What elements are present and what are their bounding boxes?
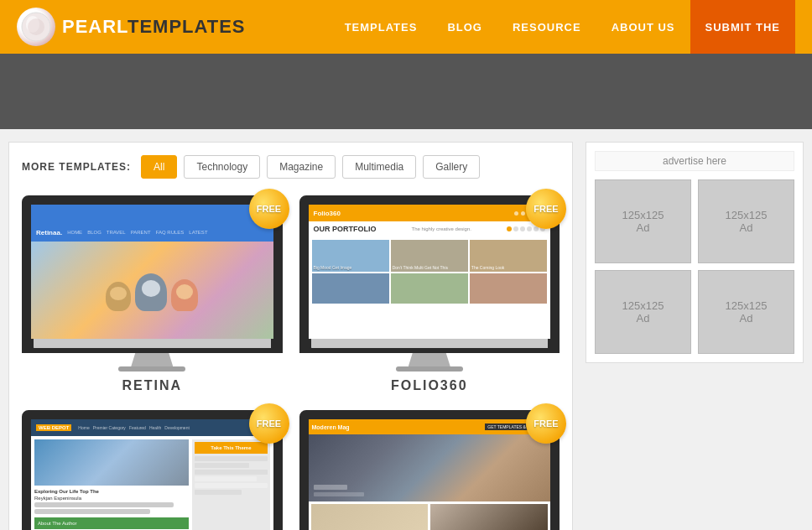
- screen-retina-content: Retinaa. HOME BLOG TRAVEL PARENT FAQ RUL…: [31, 205, 273, 339]
- monitor-foot-folio360: [396, 366, 463, 372]
- folio-header: Folio360: [309, 205, 551, 221]
- ad-cell-4[interactable]: 125x125Ad: [698, 270, 794, 354]
- filter-row: MORE TEMPLATES: All Technology Magazine …: [22, 155, 560, 179]
- template-name-folio360: FOLIO360: [391, 378, 468, 393]
- wd-sidebar: Take This Theme: [192, 439, 269, 530]
- content-area: MORE TEMPLATES: All Technology Magazine …: [8, 142, 573, 530]
- screen-folio-content: Folio360 OUR PORTFOLIO The highly creati…: [309, 205, 551, 339]
- header: PEARLTEMPLATES TEMPLATES BLOG RESOURCE A…: [0, 0, 812, 54]
- free-badge-retina: FREE: [249, 189, 289, 229]
- logo-area[interactable]: PEARLTEMPLATES: [17, 8, 246, 46]
- template-card-retina[interactable]: FREE Retinaa. HOME BLOG TRAVEL PARENT FA…: [22, 195, 283, 393]
- monitor-moderen: Moderen Mag GET TEMPLATES & THEMES: [299, 410, 560, 530]
- nav-about[interactable]: ABOUT US: [596, 0, 690, 54]
- monitor-base-folio360: [309, 339, 551, 351]
- filter-tech-btn[interactable]: Technology: [184, 155, 260, 179]
- monitor-webdepot: WEB DEPOT Home Premier Category Featured…: [22, 410, 283, 530]
- template-grid: FREE Retinaa. HOME BLOG TRAVEL PARENT FA…: [22, 195, 560, 530]
- ad-cell-1[interactable]: 125x125Ad: [595, 179, 691, 263]
- mod-header: Moderen Mag GET TEMPLATES & THEMES: [309, 419, 551, 434]
- monitor-stand-folio360: [409, 353, 450, 366]
- filter-label: MORE TEMPLATES:: [22, 161, 131, 173]
- filter-mag-btn[interactable]: Magazine: [267, 155, 336, 179]
- wd-content: Exploring Our Life Top The Reykjan Espen…: [31, 436, 273, 530]
- logo-text: PEARLTEMPLATES: [62, 16, 246, 38]
- submit-button[interactable]: SUBMIT THE: [690, 0, 795, 54]
- screen-moderen-content: Moderen Mag GET TEMPLATES & THEMES: [309, 419, 551, 530]
- free-badge-folio360: FREE: [526, 189, 566, 229]
- template-card-folio360[interactable]: FREE Folio360 OUR PORTFOLIO: [299, 195, 560, 393]
- mod-article-row: [309, 501, 551, 530]
- retina-img: [31, 242, 273, 339]
- screen-webdepot-content: WEB DEPOT Home Premier Category Featured…: [31, 419, 273, 530]
- screen-retina: Retinaa. HOME BLOG TRAVEL PARENT FAQ RUL…: [31, 205, 273, 339]
- monitor-base-retina: [31, 339, 273, 351]
- nav-resource[interactable]: RESOURCE: [497, 0, 596, 54]
- template-card-moderen[interactable]: FREE Moderen Mag GET TEMPLATES & THEMES: [299, 410, 560, 530]
- wd-header: WEB DEPOT Home Premier Category Featured…: [31, 419, 273, 436]
- filter-gallery-btn[interactable]: Gallery: [423, 155, 480, 179]
- banner: [0, 54, 812, 129]
- free-badge-webdepot: FREE: [249, 403, 289, 444]
- nav-templates[interactable]: TEMPLATES: [330, 0, 433, 54]
- template-name-retina: RETINA: [122, 378, 182, 393]
- screen-webdepot: WEB DEPOT Home Premier Category Featured…: [31, 419, 273, 530]
- template-card-webdepot[interactable]: FREE WEB DEPOT Home Premier Category Fea…: [22, 410, 283, 530]
- nav-blog[interactable]: BLOG: [432, 0, 497, 54]
- monitor-folio360: Folio360 OUR PORTFOLIO The highly creati…: [299, 195, 560, 353]
- free-badge-moderen: FREE: [526, 403, 566, 444]
- monitor-stand-retina: [131, 353, 173, 366]
- main-nav: TEMPLATES BLOG RESOURCE ABOUT US SUBMIT …: [330, 0, 795, 54]
- filter-multi-btn[interactable]: Multimedia: [342, 155, 416, 179]
- svg-point-2: [28, 18, 44, 35]
- screen-folio360: Folio360 OUR PORTFOLIO The highly creati…: [309, 205, 551, 339]
- monitor-foot-retina: [118, 366, 185, 372]
- logo-templates: TEMPLATES: [128, 16, 246, 37]
- ad-cell-2[interactable]: 125x125Ad: [698, 179, 794, 263]
- screen-moderen: Moderen Mag GET TEMPLATES & THEMES: [309, 419, 551, 530]
- logo-icon: [17, 8, 55, 46]
- logo-pearl: PEARL: [62, 16, 128, 37]
- advertise-box: advertise here 125x125Ad 125x125Ad 125x1…: [586, 142, 804, 363]
- mod-main-img: [309, 434, 551, 501]
- main-wrap: MORE TEMPLATES: All Technology Magazine …: [0, 129, 812, 530]
- filter-all-btn[interactable]: All: [141, 155, 177, 179]
- wd-main: Exploring Our Life Top The Reykjan Espen…: [34, 439, 189, 530]
- monitor-retina: Retinaa. HOME BLOG TRAVEL PARENT FAQ RUL…: [22, 195, 283, 353]
- sidebar: advertise here 125x125Ad 125x125Ad 125x1…: [586, 142, 804, 530]
- ad-grid: 125x125Ad 125x125Ad 125x125Ad 125x125Ad: [595, 179, 794, 354]
- ad-cell-3[interactable]: 125x125Ad: [595, 270, 691, 354]
- folio-grid: Big Mood Get Image Don't Think Multi Get…: [309, 236, 551, 307]
- advertise-label: advertise here: [595, 151, 794, 171]
